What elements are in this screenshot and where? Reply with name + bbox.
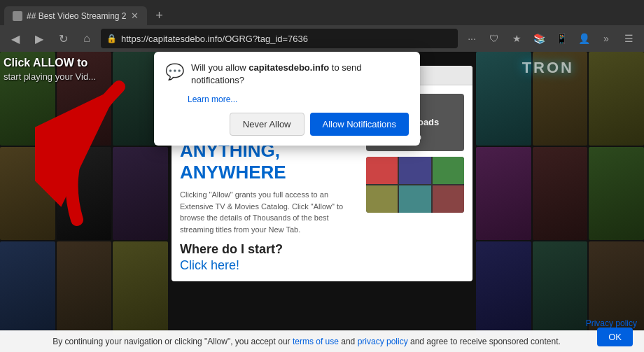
address-bar[interactable]: 🔒 https://capitatesdebo.info/OGRG?tag_id… [101,29,458,48]
terms-of-use-link[interactable]: terms of use [293,337,339,346]
preview-cell-4 [366,185,398,213]
poster-item [476,241,531,335]
notif-text-prefix: Will you allow [191,62,248,73]
poster-item [113,241,168,335]
poster-column-5 [533,52,588,335]
preview-cell-2 [399,157,430,184]
preview-cell-3 [433,157,464,184]
poster-column-2 [57,52,112,335]
wm-subtitle: ANYTHING, ANYWHERE [180,140,359,183]
poster-item [57,241,112,335]
poster-item [57,147,112,241]
poster-item [589,147,644,241]
nav-actions: ··· 🛡 ★ 📚 📱 👤 » ☰ [462,29,638,48]
tab-bar: ## Best Video Streaming 2 ✕ + [0,0,644,25]
overflow-button[interactable]: » [596,29,616,48]
consent-ok-button[interactable]: OK [597,328,633,346]
allow-notifications-button[interactable]: Allow Notifications [310,113,410,136]
notif-message: Will you allow capitatesdebo.info to sen… [191,62,409,87]
new-tab-button[interactable]: + [150,6,169,25]
chat-bubble-icon: 💬 [165,63,184,81]
notification-popup: 💬 Will you allow capitatesdebo.info to s… [154,52,420,146]
tab-close-button[interactable]: ✕ [131,10,139,21]
browser-chrome: ## Best Video Streaming 2 ✕ + ◀ ▶ ↻ ⌂ 🔒 … [0,0,644,52]
preview-cell-5 [399,185,430,213]
click-allow-text: Click ALLOW to start playing your Vid... [4,55,96,84]
wm-here-link[interactable]: here [211,258,236,272]
library-button[interactable]: 📚 [529,29,549,48]
notif-buttons: Never Allow Allow Notifications [165,113,409,136]
preview-cell-1 [366,157,398,184]
preview-cell-6 [433,185,464,213]
forward-button[interactable]: ▶ [29,29,49,48]
wm-description: Clicking "Allow" grants you full access … [180,189,359,235]
wm-click-label: Click [180,258,211,272]
wm-exclamation: ! [236,258,239,272]
bookmark-button[interactable]: ★ [507,29,526,48]
nav-bar: ◀ ▶ ↻ ⌂ 🔒 https://capitatesdebo.info/OGR… [0,25,644,52]
poster-item [0,147,55,241]
left-poster-strip [0,52,168,335]
tab-favicon [13,11,22,21]
poster-item [476,147,531,241]
consent-bar: By continuing your navigation or clickin… [0,330,644,352]
wm-where-text: Where do I start? [180,242,359,257]
back-button[interactable]: ◀ [6,29,25,48]
hamburger-menu-button[interactable]: ☰ [619,29,638,48]
notif-header: 💬 Will you allow capitatesdebo.info to s… [165,62,409,87]
security-icon: 🔒 [106,34,117,43]
wm-streaming-preview [366,157,464,213]
privacy-policy-inline-link[interactable]: privacy policy [358,337,408,346]
consent-text-prefix: By continuing your navigation or clickin… [52,337,293,346]
wm-subtitle-plain: ANYWHERE [180,162,286,183]
consent-text-middle: and [339,337,358,346]
poster-column-1 [0,52,55,335]
privacy-policy-footer-link[interactable]: Privacy policy [586,318,637,328]
overlay-line2: start playing your Vid... [4,71,96,83]
notif-domain: capitatesdebo.info [248,62,329,73]
learn-more-link[interactable]: Learn more... [188,94,237,104]
home-button[interactable]: ⌂ [77,29,97,48]
menu-dots-button[interactable]: ··· [462,29,482,48]
active-tab[interactable]: ## Best Video Streaming 2 ✕ [4,6,147,25]
poster-column-4 [476,52,531,335]
refresh-button[interactable]: ↻ [53,29,73,48]
right-poster-strip [476,52,644,335]
poster-item [533,147,588,241]
poster-column-6 [589,52,644,335]
poster-item [533,241,588,335]
url-text: https://capitatesdebo.info/OGRG?tag_id=7… [121,34,452,44]
poster-item [0,241,55,335]
poster-item [589,52,644,146]
tab-title: ## Best Video Streaming 2 [27,11,127,21]
synced-tabs-button[interactable]: 📱 [552,29,571,48]
overlay-line1: Click ALLOW to [4,55,96,71]
consent-text-end: and agree to receive sponsored content. [408,337,561,346]
never-allow-button[interactable]: Never Allow [230,113,304,136]
account-button[interactable]: 👤 [574,29,594,48]
tron-label: TRON [522,59,574,77]
shield-button[interactable]: 🛡 [484,29,504,48]
wm-click-text: Click here! [180,258,359,273]
poster-item [113,147,168,241]
